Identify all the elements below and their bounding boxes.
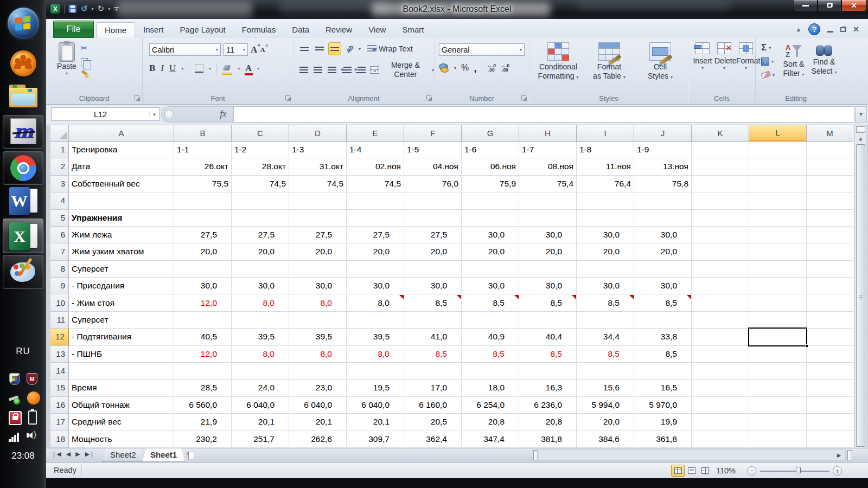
cell-F18[interactable]: 362,4 bbox=[404, 431, 462, 448]
cell-E11[interactable] bbox=[347, 312, 404, 329]
row-header-3[interactable]: 3 bbox=[50, 176, 69, 192]
cell-A9[interactable]: - Приседания bbox=[69, 278, 174, 294]
orange-app-icon[interactable] bbox=[27, 391, 40, 404]
insert-worksheet-tab[interactable]: ✸ bbox=[183, 450, 201, 462]
cell-G5[interactable] bbox=[462, 210, 519, 227]
cell-A11[interactable]: Суперсет bbox=[69, 312, 174, 329]
fill-button[interactable]: ↓▾ bbox=[761, 56, 775, 67]
tab-formulas[interactable]: Formulas bbox=[234, 22, 284, 38]
vertical-split-handle[interactable] bbox=[856, 126, 865, 133]
clear-button[interactable]: ▾ bbox=[761, 69, 775, 80]
cell-I15[interactable]: 15,6 bbox=[577, 380, 634, 396]
cell-B8[interactable] bbox=[174, 261, 232, 278]
paint-taskbar-button[interactable] bbox=[3, 255, 43, 289]
cell-I5[interactable] bbox=[577, 210, 634, 227]
cell-G18[interactable]: 347,4 bbox=[462, 431, 519, 448]
cell-D7[interactable]: 20,0 bbox=[289, 243, 347, 260]
cell-A16[interactable]: Общий тоннаж bbox=[69, 397, 174, 414]
cell-H12[interactable]: 40,4 bbox=[519, 329, 577, 345]
cell-A4[interactable] bbox=[69, 192, 174, 209]
tab-file[interactable]: File bbox=[53, 21, 94, 38]
row-header-4[interactable]: 4 bbox=[50, 192, 69, 209]
row-header-7[interactable]: 7 bbox=[50, 243, 69, 260]
borders-icon[interactable] bbox=[195, 64, 203, 73]
cell-G14[interactable] bbox=[462, 363, 519, 380]
cell-M11[interactable] bbox=[807, 312, 853, 329]
cell-D18[interactable]: 262,6 bbox=[289, 431, 347, 448]
bold-button[interactable]: B bbox=[149, 63, 155, 74]
chrome-taskbar-button[interactable] bbox=[3, 151, 43, 185]
minimize-ribbon-icon[interactable]: ▲ bbox=[795, 26, 801, 33]
cell-F8[interactable] bbox=[404, 261, 462, 278]
cell-I10[interactable]: 8,5 bbox=[577, 295, 634, 312]
tab-view[interactable]: View bbox=[360, 22, 394, 38]
column-header-I[interactable]: I bbox=[577, 125, 634, 142]
cell-A18[interactable]: Мощность bbox=[69, 431, 174, 448]
cell-J9[interactable]: 30,0 bbox=[634, 278, 692, 294]
formula-bar-expand-icon[interactable]: ▼ bbox=[855, 106, 867, 123]
cell-B6[interactable]: 27,5 bbox=[174, 227, 232, 243]
row-header-15[interactable]: 15 bbox=[50, 380, 69, 396]
cell-M16[interactable] bbox=[807, 397, 853, 414]
cell-C13[interactable]: 8,0 bbox=[232, 346, 289, 363]
minimize-button[interactable] bbox=[794, 0, 818, 11]
cell-C16[interactable]: 6 040,0 bbox=[232, 397, 289, 414]
cell-H2[interactable]: 08.ноя bbox=[519, 158, 577, 175]
prev-sheet-icon[interactable]: ◀ bbox=[66, 451, 71, 458]
cell-A15[interactable]: Время bbox=[69, 380, 174, 396]
font-family-combo[interactable]: Calibri▾ bbox=[149, 43, 221, 56]
cell-J4[interactable] bbox=[634, 192, 692, 209]
cell-G9[interactable]: 30,0 bbox=[462, 278, 519, 294]
cell-F17[interactable]: 20,5 bbox=[404, 414, 462, 431]
cell-B17[interactable]: 21,9 bbox=[174, 414, 232, 431]
row-header-5[interactable]: 5 bbox=[50, 210, 69, 227]
cell-B16[interactable]: 6 560,0 bbox=[174, 397, 232, 414]
alignment-dialog-launcher[interactable] bbox=[426, 95, 432, 101]
font-size-combo[interactable]: 11▾ bbox=[224, 43, 248, 56]
cell-F5[interactable] bbox=[404, 210, 462, 227]
cell-M13[interactable] bbox=[807, 346, 853, 363]
align-left-button[interactable] bbox=[298, 63, 310, 76]
cell-G6[interactable]: 30,0 bbox=[462, 227, 519, 243]
cell-A6[interactable]: Жим лежа bbox=[69, 227, 174, 243]
cell-E5[interactable] bbox=[347, 210, 404, 227]
cut-icon[interactable]: ✂ bbox=[81, 43, 90, 53]
cell-F7[interactable]: 20,0 bbox=[404, 243, 462, 260]
last-sheet-icon[interactable]: ▶❘ bbox=[85, 451, 95, 458]
cell-D16[interactable]: 6 040,0 bbox=[289, 397, 347, 414]
align-top-button[interactable] bbox=[298, 42, 311, 55]
cell-J16[interactable]: 5 970,0 bbox=[634, 397, 692, 414]
save-button[interactable] bbox=[68, 4, 77, 13]
wrap-text-button[interactable]: Wrap Text bbox=[367, 44, 413, 54]
cell-F16[interactable]: 6 160,0 bbox=[404, 397, 462, 414]
cell-K16[interactable] bbox=[692, 397, 749, 414]
cell-F4[interactable] bbox=[404, 192, 462, 209]
cell-M15[interactable] bbox=[807, 380, 853, 396]
cell-B1[interactable]: 1-1 bbox=[174, 142, 232, 158]
cell-E6[interactable]: 27,5 bbox=[347, 227, 404, 243]
cell-C10[interactable]: 8,0 bbox=[232, 295, 289, 312]
sheet-tab-sheet2[interactable]: Sheet2 bbox=[102, 448, 144, 462]
cell-C18[interactable]: 251,7 bbox=[232, 431, 289, 448]
excel-taskbar-button[interactable]: X bbox=[3, 219, 43, 253]
cell-H7[interactable]: 20,0 bbox=[519, 243, 577, 260]
cell-L16[interactable] bbox=[749, 397, 807, 414]
cell-E18[interactable]: 309,7 bbox=[347, 431, 404, 448]
cell-F15[interactable]: 17,0 bbox=[404, 380, 462, 396]
cell-H15[interactable]: 16,3 bbox=[519, 380, 577, 396]
cell-I1[interactable]: 1-8 bbox=[577, 142, 634, 158]
cell-L7[interactable] bbox=[749, 243, 807, 260]
lotus-app-icon[interactable] bbox=[10, 50, 36, 76]
cell-I14[interactable] bbox=[577, 363, 634, 380]
cell-B4[interactable] bbox=[174, 192, 232, 209]
cell-A17[interactable]: Средний вес bbox=[69, 414, 174, 431]
sheet-tab-sheet1[interactable]: Sheet1 bbox=[142, 448, 185, 462]
cell-L1[interactable] bbox=[749, 142, 807, 158]
increase-indent-button[interactable] bbox=[355, 63, 367, 76]
fill-handle[interactable] bbox=[805, 344, 808, 348]
workbook-minimize-icon[interactable] bbox=[827, 31, 833, 33]
orientation-button[interactable]: ab bbox=[343, 42, 356, 55]
cell-H3[interactable]: 75,4 bbox=[519, 176, 577, 192]
cell-B13[interactable]: 12,0 bbox=[174, 346, 232, 363]
normal-view-button[interactable] bbox=[671, 465, 685, 477]
